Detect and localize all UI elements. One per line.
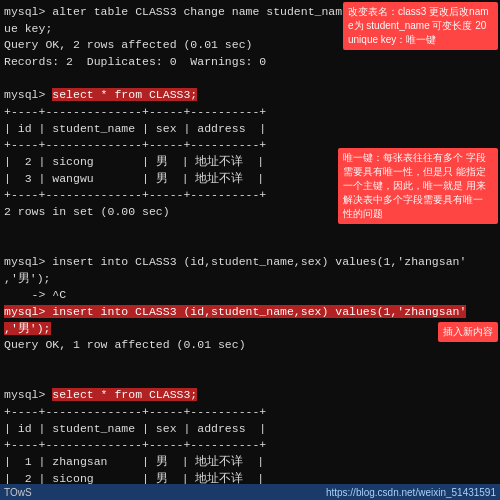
annotation-mid-right: 唯一键：每张表往往有多个 字段需要具有唯一性，但是只 能指定一个主键，因此，唯一…: [338, 148, 498, 224]
terminal-line: [4, 371, 496, 388]
terminal-line: [4, 71, 496, 88]
footer-left-text: TOwS: [4, 487, 32, 498]
terminal-line: | 1 | zhangsan | 男 | 地址不详 |: [4, 454, 496, 471]
terminal-line: | id | student_name | sex | address |: [4, 421, 496, 438]
footer-bar: TOwS https://blog.csdn.net/weixin_514315…: [0, 484, 500, 500]
terminal-line: | id | student_name | sex | address |: [4, 121, 496, 138]
terminal-line: -> ^C: [4, 287, 496, 304]
terminal-line: mysql> select * from CLASS3;: [4, 387, 496, 404]
terminal-line: +----+--------------+-----+----------+: [4, 437, 496, 454]
terminal-line: [4, 237, 496, 254]
terminal-line: mysql> insert into CLASS3 (id,student_na…: [4, 254, 496, 271]
terminal-line: Records: 2 Duplicates: 0 Warnings: 0: [4, 54, 496, 71]
terminal-line: mysql> insert into CLASS3 (id,student_na…: [4, 304, 496, 321]
terminal-line: +----+--------------+-----+----------+: [4, 404, 496, 421]
terminal-line: ,'男');: [4, 271, 496, 288]
terminal: mysql> alter table CLASS3 change name st…: [0, 0, 500, 500]
terminal-line: mysql> select * from CLASS3;: [4, 87, 496, 104]
footer-right-url[interactable]: https://blog.csdn.net/weixin_51431591: [326, 487, 496, 498]
annotation-bot-right: 插入新内容: [438, 322, 498, 342]
terminal-line: +----+--------------+-----+----------+: [4, 104, 496, 121]
terminal-line: Query OK, 1 row affected (0.01 sec): [4, 337, 496, 354]
annotation-top-right: 改变表名：class3 更改后改name为 student_name 可变长度 …: [343, 2, 498, 50]
terminal-line: [4, 354, 496, 371]
terminal-line: ,'男');: [4, 321, 496, 338]
